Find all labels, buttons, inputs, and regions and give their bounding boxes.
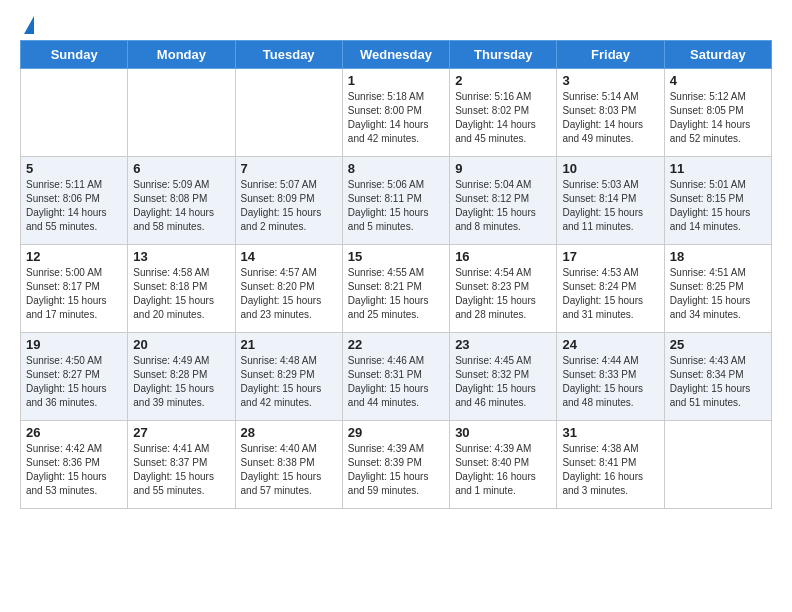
day-number: 30 [455, 425, 551, 440]
day-info: Sunrise: 4:39 AM Sunset: 8:40 PM Dayligh… [455, 442, 551, 498]
calendar-cell: 28Sunrise: 4:40 AM Sunset: 8:38 PM Dayli… [235, 421, 342, 509]
calendar-cell: 9Sunrise: 5:04 AM Sunset: 8:12 PM Daylig… [450, 157, 557, 245]
calendar-cell: 6Sunrise: 5:09 AM Sunset: 8:08 PM Daylig… [128, 157, 235, 245]
day-info: Sunrise: 5:01 AM Sunset: 8:15 PM Dayligh… [670, 178, 766, 234]
day-info: Sunrise: 4:58 AM Sunset: 8:18 PM Dayligh… [133, 266, 229, 322]
day-number: 1 [348, 73, 444, 88]
calendar-cell: 5Sunrise: 5:11 AM Sunset: 8:06 PM Daylig… [21, 157, 128, 245]
weekday-header-tuesday: Tuesday [235, 41, 342, 69]
week-row-4: 19Sunrise: 4:50 AM Sunset: 8:27 PM Dayli… [21, 333, 772, 421]
calendar-cell: 18Sunrise: 4:51 AM Sunset: 8:25 PM Dayli… [664, 245, 771, 333]
day-number: 28 [241, 425, 337, 440]
calendar-cell: 11Sunrise: 5:01 AM Sunset: 8:15 PM Dayli… [664, 157, 771, 245]
day-info: Sunrise: 4:53 AM Sunset: 8:24 PM Dayligh… [562, 266, 658, 322]
day-info: Sunrise: 5:14 AM Sunset: 8:03 PM Dayligh… [562, 90, 658, 146]
day-number: 6 [133, 161, 229, 176]
day-info: Sunrise: 4:43 AM Sunset: 8:34 PM Dayligh… [670, 354, 766, 410]
day-number: 3 [562, 73, 658, 88]
calendar-cell: 8Sunrise: 5:06 AM Sunset: 8:11 PM Daylig… [342, 157, 449, 245]
day-info: Sunrise: 4:48 AM Sunset: 8:29 PM Dayligh… [241, 354, 337, 410]
calendar-cell: 10Sunrise: 5:03 AM Sunset: 8:14 PM Dayli… [557, 157, 664, 245]
calendar-cell: 22Sunrise: 4:46 AM Sunset: 8:31 PM Dayli… [342, 333, 449, 421]
calendar-header: SundayMondayTuesdayWednesdayThursdayFrid… [21, 41, 772, 69]
day-number: 10 [562, 161, 658, 176]
weekday-header-saturday: Saturday [664, 41, 771, 69]
day-number: 27 [133, 425, 229, 440]
calendar-cell: 20Sunrise: 4:49 AM Sunset: 8:28 PM Dayli… [128, 333, 235, 421]
weekday-header-wednesday: Wednesday [342, 41, 449, 69]
day-number: 23 [455, 337, 551, 352]
day-info: Sunrise: 4:39 AM Sunset: 8:39 PM Dayligh… [348, 442, 444, 498]
day-info: Sunrise: 4:44 AM Sunset: 8:33 PM Dayligh… [562, 354, 658, 410]
calendar-cell: 25Sunrise: 4:43 AM Sunset: 8:34 PM Dayli… [664, 333, 771, 421]
day-info: Sunrise: 4:54 AM Sunset: 8:23 PM Dayligh… [455, 266, 551, 322]
day-number: 24 [562, 337, 658, 352]
day-number: 15 [348, 249, 444, 264]
day-info: Sunrise: 4:41 AM Sunset: 8:37 PM Dayligh… [133, 442, 229, 498]
week-row-5: 26Sunrise: 4:42 AM Sunset: 8:36 PM Dayli… [21, 421, 772, 509]
day-info: Sunrise: 4:55 AM Sunset: 8:21 PM Dayligh… [348, 266, 444, 322]
weekday-header-thursday: Thursday [450, 41, 557, 69]
day-info: Sunrise: 5:18 AM Sunset: 8:00 PM Dayligh… [348, 90, 444, 146]
day-info: Sunrise: 4:45 AM Sunset: 8:32 PM Dayligh… [455, 354, 551, 410]
calendar-body: 1Sunrise: 5:18 AM Sunset: 8:00 PM Daylig… [21, 69, 772, 509]
week-row-2: 5Sunrise: 5:11 AM Sunset: 8:06 PM Daylig… [21, 157, 772, 245]
day-info: Sunrise: 5:09 AM Sunset: 8:08 PM Dayligh… [133, 178, 229, 234]
day-number: 9 [455, 161, 551, 176]
day-number: 20 [133, 337, 229, 352]
day-info: Sunrise: 4:38 AM Sunset: 8:41 PM Dayligh… [562, 442, 658, 498]
calendar-cell: 24Sunrise: 4:44 AM Sunset: 8:33 PM Dayli… [557, 333, 664, 421]
calendar-cell: 27Sunrise: 4:41 AM Sunset: 8:37 PM Dayli… [128, 421, 235, 509]
calendar-cell [235, 69, 342, 157]
day-number: 17 [562, 249, 658, 264]
calendar-cell: 1Sunrise: 5:18 AM Sunset: 8:00 PM Daylig… [342, 69, 449, 157]
calendar-cell: 31Sunrise: 4:38 AM Sunset: 8:41 PM Dayli… [557, 421, 664, 509]
calendar-cell: 3Sunrise: 5:14 AM Sunset: 8:03 PM Daylig… [557, 69, 664, 157]
day-number: 25 [670, 337, 766, 352]
day-number: 16 [455, 249, 551, 264]
calendar-cell: 30Sunrise: 4:39 AM Sunset: 8:40 PM Dayli… [450, 421, 557, 509]
calendar-cell: 19Sunrise: 4:50 AM Sunset: 8:27 PM Dayli… [21, 333, 128, 421]
day-info: Sunrise: 5:06 AM Sunset: 8:11 PM Dayligh… [348, 178, 444, 234]
day-number: 7 [241, 161, 337, 176]
day-number: 26 [26, 425, 122, 440]
day-info: Sunrise: 4:51 AM Sunset: 8:25 PM Dayligh… [670, 266, 766, 322]
logo [20, 14, 34, 34]
calendar-cell: 14Sunrise: 4:57 AM Sunset: 8:20 PM Dayli… [235, 245, 342, 333]
day-info: Sunrise: 5:03 AM Sunset: 8:14 PM Dayligh… [562, 178, 658, 234]
day-number: 11 [670, 161, 766, 176]
day-info: Sunrise: 5:12 AM Sunset: 8:05 PM Dayligh… [670, 90, 766, 146]
day-info: Sunrise: 4:42 AM Sunset: 8:36 PM Dayligh… [26, 442, 122, 498]
day-number: 5 [26, 161, 122, 176]
calendar-cell: 13Sunrise: 4:58 AM Sunset: 8:18 PM Dayli… [128, 245, 235, 333]
calendar-cell: 21Sunrise: 4:48 AM Sunset: 8:29 PM Dayli… [235, 333, 342, 421]
logo-triangle-icon [24, 16, 34, 34]
day-info: Sunrise: 5:04 AM Sunset: 8:12 PM Dayligh… [455, 178, 551, 234]
calendar-cell [21, 69, 128, 157]
weekday-header-friday: Friday [557, 41, 664, 69]
calendar-cell: 12Sunrise: 5:00 AM Sunset: 8:17 PM Dayli… [21, 245, 128, 333]
day-number: 31 [562, 425, 658, 440]
day-number: 13 [133, 249, 229, 264]
calendar-cell: 17Sunrise: 4:53 AM Sunset: 8:24 PM Dayli… [557, 245, 664, 333]
day-info: Sunrise: 4:40 AM Sunset: 8:38 PM Dayligh… [241, 442, 337, 498]
day-info: Sunrise: 4:50 AM Sunset: 8:27 PM Dayligh… [26, 354, 122, 410]
day-info: Sunrise: 5:07 AM Sunset: 8:09 PM Dayligh… [241, 178, 337, 234]
calendar-cell [128, 69, 235, 157]
calendar-cell: 15Sunrise: 4:55 AM Sunset: 8:21 PM Dayli… [342, 245, 449, 333]
calendar-table: SundayMondayTuesdayWednesdayThursdayFrid… [20, 40, 772, 509]
day-info: Sunrise: 4:57 AM Sunset: 8:20 PM Dayligh… [241, 266, 337, 322]
day-info: Sunrise: 5:16 AM Sunset: 8:02 PM Dayligh… [455, 90, 551, 146]
calendar-cell: 2Sunrise: 5:16 AM Sunset: 8:02 PM Daylig… [450, 69, 557, 157]
calendar-wrapper: SundayMondayTuesdayWednesdayThursdayFrid… [0, 40, 792, 519]
calendar-cell: 23Sunrise: 4:45 AM Sunset: 8:32 PM Dayli… [450, 333, 557, 421]
day-number: 21 [241, 337, 337, 352]
day-number: 22 [348, 337, 444, 352]
calendar-cell: 29Sunrise: 4:39 AM Sunset: 8:39 PM Dayli… [342, 421, 449, 509]
day-info: Sunrise: 5:11 AM Sunset: 8:06 PM Dayligh… [26, 178, 122, 234]
day-number: 2 [455, 73, 551, 88]
day-number: 8 [348, 161, 444, 176]
day-info: Sunrise: 4:46 AM Sunset: 8:31 PM Dayligh… [348, 354, 444, 410]
week-row-3: 12Sunrise: 5:00 AM Sunset: 8:17 PM Dayli… [21, 245, 772, 333]
day-number: 29 [348, 425, 444, 440]
